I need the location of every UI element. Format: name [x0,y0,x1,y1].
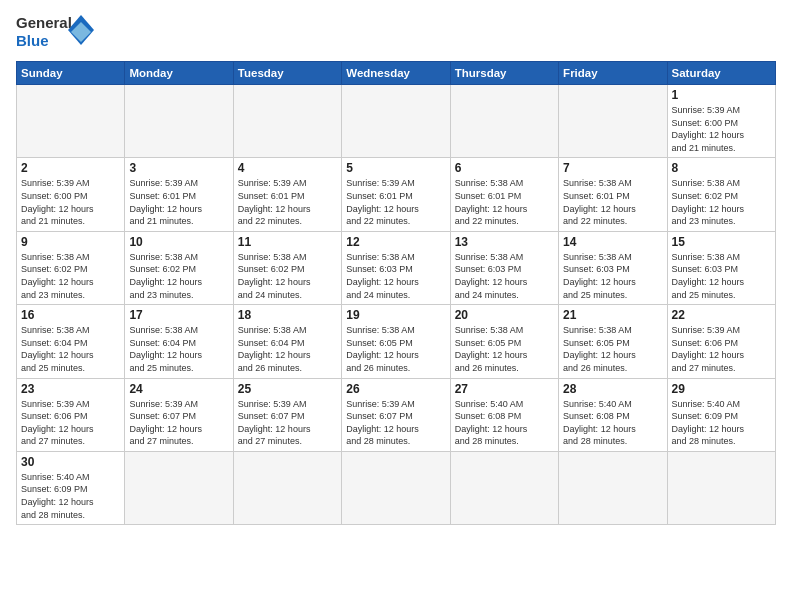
day-info: Sunrise: 5:39 AM Sunset: 6:07 PM Dayligh… [238,398,337,448]
day-header-tuesday: Tuesday [233,62,341,85]
calendar-week-4: 23Sunrise: 5:39 AM Sunset: 6:06 PM Dayli… [17,378,776,451]
calendar-header: SundayMondayTuesdayWednesdayThursdayFrid… [17,62,776,85]
day-number: 22 [672,308,771,322]
day-number: 30 [21,455,120,469]
day-header-sunday: Sunday [17,62,125,85]
day-number: 23 [21,382,120,396]
calendar-cell: 6Sunrise: 5:38 AM Sunset: 6:01 PM Daylig… [450,158,558,231]
day-number: 9 [21,235,120,249]
calendar-cell: 17Sunrise: 5:38 AM Sunset: 6:04 PM Dayli… [125,305,233,378]
day-info: Sunrise: 5:38 AM Sunset: 6:03 PM Dayligh… [455,251,554,301]
day-info: Sunrise: 5:39 AM Sunset: 6:07 PM Dayligh… [129,398,228,448]
day-header-row: SundayMondayTuesdayWednesdayThursdayFrid… [17,62,776,85]
day-info: Sunrise: 5:40 AM Sunset: 6:08 PM Dayligh… [455,398,554,448]
calendar-cell: 26Sunrise: 5:39 AM Sunset: 6:07 PM Dayli… [342,378,450,451]
calendar-cell: 1Sunrise: 5:39 AM Sunset: 6:00 PM Daylig… [667,85,775,158]
calendar-week-5: 30Sunrise: 5:40 AM Sunset: 6:09 PM Dayli… [17,451,776,524]
calendar-cell: 3Sunrise: 5:39 AM Sunset: 6:01 PM Daylig… [125,158,233,231]
day-number: 3 [129,161,228,175]
day-header-monday: Monday [125,62,233,85]
day-number: 14 [563,235,662,249]
calendar-cell: 4Sunrise: 5:39 AM Sunset: 6:01 PM Daylig… [233,158,341,231]
day-info: Sunrise: 5:38 AM Sunset: 6:03 PM Dayligh… [563,251,662,301]
day-info: Sunrise: 5:38 AM Sunset: 6:05 PM Dayligh… [563,324,662,374]
calendar-cell: 16Sunrise: 5:38 AM Sunset: 6:04 PM Dayli… [17,305,125,378]
day-number: 4 [238,161,337,175]
day-number: 19 [346,308,445,322]
logo: GeneralBlue [16,10,96,55]
day-header-thursday: Thursday [450,62,558,85]
day-number: 27 [455,382,554,396]
day-info: Sunrise: 5:38 AM Sunset: 6:01 PM Dayligh… [563,177,662,227]
day-number: 6 [455,161,554,175]
calendar-cell [450,451,558,524]
calendar-cell [233,451,341,524]
day-number: 18 [238,308,337,322]
day-info: Sunrise: 5:39 AM Sunset: 6:01 PM Dayligh… [238,177,337,227]
calendar-cell: 30Sunrise: 5:40 AM Sunset: 6:09 PM Dayli… [17,451,125,524]
day-number: 8 [672,161,771,175]
svg-text:Blue: Blue [16,32,49,49]
calendar-cell: 14Sunrise: 5:38 AM Sunset: 6:03 PM Dayli… [559,231,667,304]
calendar-cell [125,85,233,158]
logo-svg: GeneralBlue [16,10,96,55]
calendar-cell: 22Sunrise: 5:39 AM Sunset: 6:06 PM Dayli… [667,305,775,378]
day-number: 25 [238,382,337,396]
calendar-cell: 7Sunrise: 5:38 AM Sunset: 6:01 PM Daylig… [559,158,667,231]
calendar-cell [559,85,667,158]
day-number: 28 [563,382,662,396]
calendar-cell: 13Sunrise: 5:38 AM Sunset: 6:03 PM Dayli… [450,231,558,304]
day-info: Sunrise: 5:38 AM Sunset: 6:02 PM Dayligh… [238,251,337,301]
calendar-cell [233,85,341,158]
day-info: Sunrise: 5:39 AM Sunset: 6:00 PM Dayligh… [21,177,120,227]
calendar-cell [342,451,450,524]
day-number: 15 [672,235,771,249]
day-number: 5 [346,161,445,175]
calendar-cell: 5Sunrise: 5:39 AM Sunset: 6:01 PM Daylig… [342,158,450,231]
day-info: Sunrise: 5:38 AM Sunset: 6:02 PM Dayligh… [672,177,771,227]
calendar-cell: 24Sunrise: 5:39 AM Sunset: 6:07 PM Dayli… [125,378,233,451]
day-info: Sunrise: 5:39 AM Sunset: 6:01 PM Dayligh… [129,177,228,227]
calendar-cell [450,85,558,158]
day-info: Sunrise: 5:38 AM Sunset: 6:05 PM Dayligh… [346,324,445,374]
calendar-week-3: 16Sunrise: 5:38 AM Sunset: 6:04 PM Dayli… [17,305,776,378]
day-info: Sunrise: 5:39 AM Sunset: 6:00 PM Dayligh… [672,104,771,154]
calendar-cell: 29Sunrise: 5:40 AM Sunset: 6:09 PM Dayli… [667,378,775,451]
day-info: Sunrise: 5:38 AM Sunset: 6:04 PM Dayligh… [238,324,337,374]
calendar-cell: 11Sunrise: 5:38 AM Sunset: 6:02 PM Dayli… [233,231,341,304]
day-header-saturday: Saturday [667,62,775,85]
day-number: 13 [455,235,554,249]
day-info: Sunrise: 5:40 AM Sunset: 6:09 PM Dayligh… [21,471,120,521]
day-info: Sunrise: 5:38 AM Sunset: 6:03 PM Dayligh… [346,251,445,301]
day-number: 10 [129,235,228,249]
day-info: Sunrise: 5:38 AM Sunset: 6:03 PM Dayligh… [672,251,771,301]
day-number: 29 [672,382,771,396]
day-number: 11 [238,235,337,249]
day-info: Sunrise: 5:38 AM Sunset: 6:02 PM Dayligh… [129,251,228,301]
calendar-cell: 8Sunrise: 5:38 AM Sunset: 6:02 PM Daylig… [667,158,775,231]
calendar-cell [667,451,775,524]
day-info: Sunrise: 5:39 AM Sunset: 6:06 PM Dayligh… [672,324,771,374]
calendar-cell [17,85,125,158]
calendar-cell [125,451,233,524]
day-number: 2 [21,161,120,175]
calendar-cell: 18Sunrise: 5:38 AM Sunset: 6:04 PM Dayli… [233,305,341,378]
day-header-wednesday: Wednesday [342,62,450,85]
day-number: 16 [21,308,120,322]
day-info: Sunrise: 5:39 AM Sunset: 6:07 PM Dayligh… [346,398,445,448]
calendar-cell [342,85,450,158]
day-number: 12 [346,235,445,249]
day-number: 7 [563,161,662,175]
calendar-cell: 12Sunrise: 5:38 AM Sunset: 6:03 PM Dayli… [342,231,450,304]
day-number: 20 [455,308,554,322]
calendar-table: SundayMondayTuesdayWednesdayThursdayFrid… [16,61,776,525]
calendar-body: 1Sunrise: 5:39 AM Sunset: 6:00 PM Daylig… [17,85,776,525]
calendar-cell: 9Sunrise: 5:38 AM Sunset: 6:02 PM Daylig… [17,231,125,304]
day-info: Sunrise: 5:38 AM Sunset: 6:05 PM Dayligh… [455,324,554,374]
day-info: Sunrise: 5:38 AM Sunset: 6:02 PM Dayligh… [21,251,120,301]
calendar-cell: 23Sunrise: 5:39 AM Sunset: 6:06 PM Dayli… [17,378,125,451]
day-number: 24 [129,382,228,396]
calendar-week-2: 9Sunrise: 5:38 AM Sunset: 6:02 PM Daylig… [17,231,776,304]
calendar-cell: 15Sunrise: 5:38 AM Sunset: 6:03 PM Dayli… [667,231,775,304]
calendar-cell: 2Sunrise: 5:39 AM Sunset: 6:00 PM Daylig… [17,158,125,231]
